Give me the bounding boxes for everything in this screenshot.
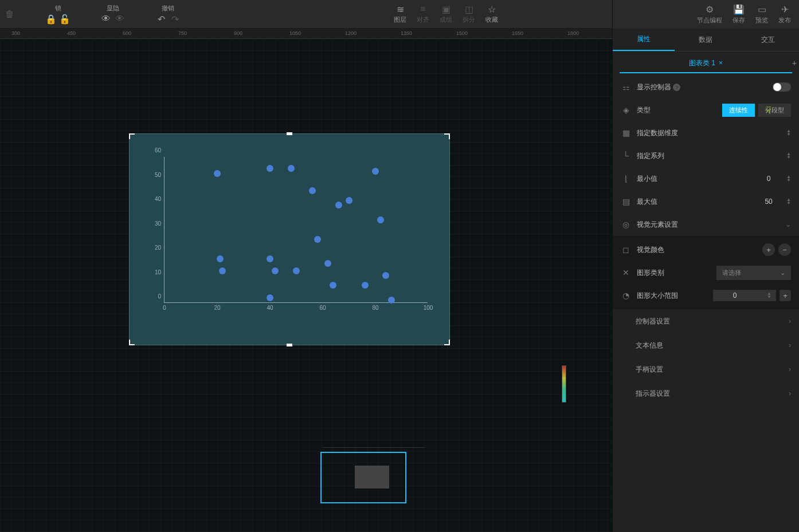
minimap-panel [322, 447, 425, 532]
right-toolbar: ⚙ 节点编程 💾 保存 ▭ 预览 ✈ 发布 [613, 0, 799, 29]
handle-settings-row[interactable]: 手柄设置 › [613, 357, 799, 381]
redo-icon[interactable]: ↷ [170, 14, 180, 24]
prop-spec-series: └ 指定系列 ▲▼ [613, 144, 799, 167]
publish-button[interactable]: ✈ 发布 [778, 5, 791, 25]
send-icon: ✈ [780, 5, 790, 15]
data-point [217, 255, 224, 262]
data-point [377, 216, 384, 223]
layers-button[interactable]: ≋ 图层 [394, 4, 406, 24]
add-component-icon[interactable]: + [792, 58, 797, 68]
shape-type-select[interactable]: 请选择 ⌄ [716, 266, 791, 280]
data-point [267, 165, 273, 172]
undo-icon[interactable]: ↶ [156, 14, 166, 24]
visual-settings-section: ◻ 视觉颜色 + − ✕ 图形类别 请选择 ⌄ ◔ 图形大小 [613, 236, 799, 309]
favorite-button[interactable]: ☆ 收藏 [485, 4, 498, 24]
controller-settings-row[interactable]: 控制器设置 › [613, 309, 799, 333]
data-point [288, 165, 295, 172]
max-stepper[interactable]: ▲▼ [786, 198, 791, 205]
shape-icon: ✕ [621, 268, 631, 277]
chevron-right-icon: › [789, 317, 791, 325]
min-stepper[interactable]: ▲▼ [786, 175, 791, 182]
tab-interaction[interactable]: 交互 [737, 29, 799, 51]
shape-size-stepper[interactable]: ▲▼ [767, 292, 771, 299]
color-legend[interactable] [562, 365, 566, 403]
chevron-right-icon: › [789, 365, 791, 373]
layers-icon: ≋ [395, 4, 405, 14]
data-point [314, 236, 321, 243]
data-point [324, 260, 331, 267]
prop-visual-settings[interactable]: ◎ 视觉元素设置 ⌄ [613, 213, 799, 236]
properties-panel: ⚙ 节点编程 💾 保存 ▭ 预览 ✈ 发布 属性 数据 交互 图表类 1 × +… [612, 0, 799, 532]
prop-shape-type: ✕ 图形类别 请选择 ⌄ [613, 261, 799, 284]
resize-handle-tr[interactable] [444, 133, 450, 139]
visual-icon: ◎ [621, 220, 631, 229]
tab-attributes[interactable]: 属性 [613, 29, 675, 51]
data-point [388, 297, 395, 304]
shape-size-input[interactable] [718, 291, 752, 300]
series-icon: └ [621, 151, 631, 160]
minimap-viewport [355, 466, 389, 488]
delete-button[interactable]: 🗑 [5, 9, 15, 19]
node-edit-button[interactable]: ⚙ 节点编程 [697, 5, 722, 25]
component-title: 图表类 1 [689, 58, 715, 68]
resize-handle-tl[interactable] [129, 133, 135, 139]
data-point [362, 282, 369, 289]
resize-handle-br[interactable] [444, 340, 450, 345]
prop-show-controller: ⚏ 显示控制器 ? [613, 76, 799, 98]
min-input[interactable] [754, 175, 783, 183]
minimap[interactable] [320, 452, 406, 503]
undo-group: 撤销 ↶ ↷ [156, 4, 180, 24]
remove-color-button[interactable]: − [778, 243, 791, 256]
tab-data[interactable]: 数据 [675, 29, 737, 51]
data-point [219, 267, 226, 274]
close-component-icon[interactable]: × [719, 59, 723, 67]
resize-handle-b[interactable] [287, 344, 292, 346]
eye-icon[interactable]: 👁 [101, 14, 111, 24]
lock-icon[interactable]: 🔒 [46, 14, 56, 24]
scatter-plot: 0102030405060020406080100 [164, 157, 428, 303]
show-controller-toggle[interactable] [773, 82, 791, 92]
preview-button[interactable]: ▭ 预览 [755, 5, 768, 25]
unlock-icon[interactable]: 🔓 [60, 14, 70, 24]
data-point [346, 197, 352, 204]
text-info-row[interactable]: 文本信息 › [613, 333, 799, 357]
visibility-group: 显隐 👁 👁 [101, 4, 125, 24]
type-continuous-button[interactable]: 连续性 [722, 104, 755, 117]
align-button[interactable]: ≡ 对齐 [417, 4, 429, 24]
data-point [330, 282, 336, 289]
lock-group: 锁 🔒 🔓 [46, 4, 70, 24]
resize-handle-bl[interactable] [129, 340, 135, 345]
indicator-settings-row[interactable]: 指示器设置 › [613, 381, 799, 405]
eye-off-icon[interactable]: 👁 [115, 14, 125, 24]
chart-component[interactable]: 0102030405060020406080100 [129, 133, 450, 345]
help-icon[interactable]: ? [673, 84, 680, 91]
prop-type: ◈ 类型 连续性 分段型 [613, 98, 799, 121]
max-icon: ▤ [621, 197, 631, 206]
prop-min: ⌊ 最小值 ▲▼ [613, 167, 799, 190]
data-point [335, 202, 342, 208]
add-size-button[interactable]: + [780, 290, 791, 301]
prop-spec-dimension: ▦ 指定数据维度 ▲▼ [613, 121, 799, 144]
group-button[interactable]: ▣ 成组 [440, 4, 452, 24]
node-icon: ⚙ [704, 5, 715, 15]
prop-visual-color: ◻ 视觉颜色 + − [613, 238, 799, 261]
max-input[interactable] [754, 198, 783, 206]
color-icon: ◻ [621, 245, 631, 254]
resize-handle-t[interactable] [287, 132, 292, 135]
dimension-stepper[interactable]: ▲▼ [786, 129, 791, 136]
chevron-right-icon: › [789, 341, 791, 349]
split-button[interactable]: ◫ 拆分 [463, 4, 475, 24]
chevron-down-icon: ⌄ [785, 220, 791, 228]
min-icon: ⌊ [621, 174, 631, 183]
trash-icon: 🗑 [5, 9, 15, 19]
data-point [267, 255, 273, 262]
type-segmented-button[interactable]: 分段型 [758, 104, 791, 117]
data-point [309, 187, 316, 194]
canvas-area[interactable]: 0102030405060020406080100 [0, 39, 612, 532]
chevron-down-icon: ⌄ [780, 269, 785, 277]
series-stepper[interactable]: ▲▼ [786, 152, 791, 159]
add-color-button[interactable]: + [762, 243, 775, 256]
type-icon: ◈ [621, 105, 631, 115]
save-button[interactable]: 💾 保存 [733, 5, 745, 25]
panel-tabs: 属性 数据 交互 [613, 29, 799, 52]
